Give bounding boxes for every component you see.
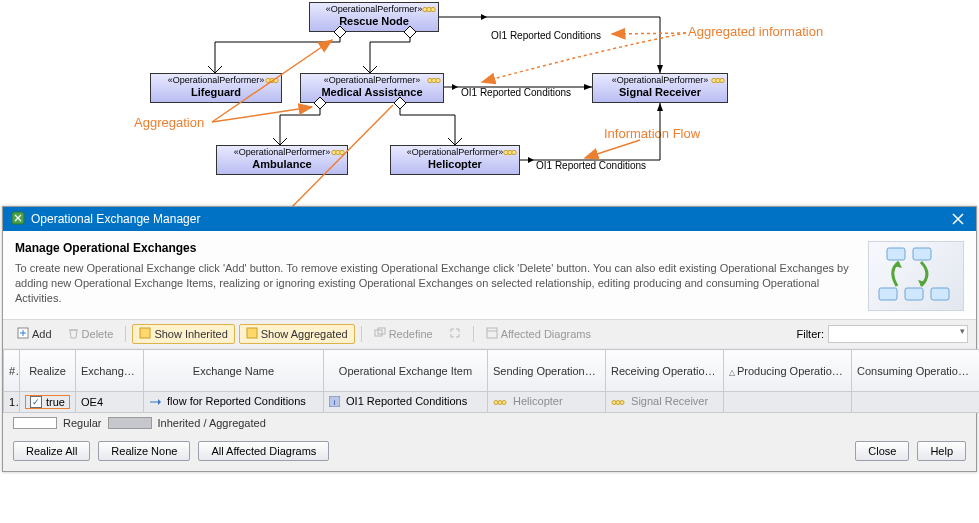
svg-point-67 [494,400,498,404]
all-affected-diagrams-button[interactable]: All Affected Diagrams [198,441,329,461]
flow-label-2: OI1 Reported Conditions [461,87,571,98]
node-name: Signal Receiver [599,86,721,100]
realize-checkbox[interactable]: ✓ [30,396,42,408]
uml-medical-assistance[interactable]: «OperationalPerformer» Medical Assistanc… [300,73,444,103]
stereotype: «OperationalPerformer» [316,4,432,15]
col-exchange-id[interactable]: Exchange ID [76,350,144,392]
svg-point-11 [720,78,724,82]
cell-exchange-item[interactable]: i OI1 Reported Conditions [324,392,488,413]
col-realize[interactable]: Realize [20,350,76,392]
affected-diagrams-button[interactable]: Affected Diagrams [480,325,597,343]
performer-icon [611,397,625,409]
svg-rect-62 [487,328,497,338]
performer-icon [427,76,441,85]
expand-button[interactable] [443,325,467,343]
add-icon [17,327,29,341]
col-producing-activity[interactable]: △Producing Operational Activity [724,350,852,392]
cell-receiving-agent[interactable]: Signal Receiver [606,392,724,413]
cell-sending-agent[interactable]: Helicopter [488,392,606,413]
svg-point-2 [431,7,435,11]
add-button[interactable]: Add [11,325,58,343]
col-sending-agent[interactable]: Sending Operational Agent [488,350,606,392]
delete-icon [68,327,79,341]
svg-rect-58 [140,328,150,338]
delete-button[interactable]: Delete [62,325,120,343]
stereotype: «OperationalPerformer» [307,75,437,86]
node-name: Ambulance [223,158,341,172]
realize-value: true [46,396,65,408]
show-inherited-toggle[interactable]: Show Inherited [132,324,234,344]
svg-point-5 [274,78,278,82]
flow-label-3: OI1 Reported Conditions [536,160,646,171]
cell-realize[interactable]: ✓ true [20,392,76,413]
section-title: Manage Operational Exchanges [15,241,858,255]
legend-inherited-label: Inherited / Aggregated [158,417,266,429]
table-header-row: # Realize Exchange ID Exchange Name Oper… [4,350,980,392]
legend: Regular Inherited / Aggregated [3,413,976,435]
svg-point-68 [498,400,502,404]
table-row[interactable]: 1 ✓ true OE4 flow for Reported Condition… [4,392,980,413]
dialog-titlebar[interactable]: Operational Exchange Manager [3,207,976,231]
dialog-toolbar: Add Delete Show Inherited Show Aggregate… [3,320,976,349]
flow-label-1: OI1 Reported Conditions [491,30,601,41]
svg-point-72 [620,400,624,404]
node-name: Lifeguard [157,86,275,100]
stereotype: «OperationalPerformer» [599,75,721,86]
realize-all-button[interactable]: Realize All [13,441,90,461]
show-inherited-label: Show Inherited [154,328,227,340]
uml-lifeguard[interactable]: «OperationalPerformer» Lifeguard [150,73,282,103]
help-button[interactable]: Help [917,441,966,461]
svg-marker-36 [481,14,487,20]
uml-signal-receiver[interactable]: «OperationalPerformer» Signal Receiver [592,73,728,103]
cell-consuming-activity[interactable] [852,392,980,413]
legend-regular-swatch [13,417,57,429]
filter-input[interactable] [828,325,968,343]
decorative-graphic [868,241,964,311]
uml-ambulance[interactable]: «OperationalPerformer» Ambulance [216,145,348,175]
col-index[interactable]: # [4,350,20,392]
close-icon[interactable] [948,210,968,228]
svg-rect-59 [247,328,257,338]
svg-point-14 [340,150,344,154]
info-icon: i [329,396,340,409]
show-aggregated-toggle[interactable]: Show Aggregated [239,324,355,344]
stereotype: «OperationalPerformer» [223,147,341,158]
svg-rect-51 [931,288,949,300]
col-exchange-name[interactable]: Exchange Name [144,350,324,392]
show-aggregated-label: Show Aggregated [261,328,348,340]
svg-point-70 [612,400,616,404]
performer-icon [503,148,517,157]
redefine-button[interactable]: Redefine [368,325,439,343]
cell-exchange-id[interactable]: OE4 [76,392,144,413]
node-name: Helicopter [397,158,513,172]
col-consuming-activity[interactable]: Consuming Operational Activity [852,350,980,392]
cell-exchange-name[interactable]: flow for Reported Conditions [144,392,324,413]
dialog-footer: Realize All Realize None All Affected Di… [3,435,976,471]
redefine-icon [374,327,386,341]
performer-icon [422,5,436,14]
svg-point-8 [436,78,440,82]
annotation-aggregated-info: Aggregated information [688,24,823,39]
svg-rect-50 [905,288,923,300]
node-name: Rescue Node [316,15,432,29]
close-button[interactable]: Close [855,441,909,461]
chevron-down-icon[interactable]: ▾ [960,326,965,336]
svg-marker-64 [158,399,161,405]
cell-producing-activity[interactable] [724,392,852,413]
cell-index: 1 [4,392,20,413]
svg-marker-38 [452,84,458,90]
svg-text:i: i [334,397,336,406]
svg-point-69 [502,400,506,404]
uml-rescue-node[interactable]: «OperationalPerformer» Rescue Node [309,2,439,32]
realize-none-button[interactable]: Realize None [98,441,190,461]
delete-label: Delete [82,328,114,340]
operational-exchange-manager-dialog: Operational Exchange Manager Manage Oper… [2,206,977,472]
col-exchange-item[interactable]: Operational Exchange Item [324,350,488,392]
svg-marker-41 [528,157,534,163]
svg-point-71 [616,400,620,404]
flow-icon [149,397,161,409]
uml-helicopter[interactable]: «OperationalPerformer» Helicopter [390,145,520,175]
filter-label: Filter: [797,328,825,340]
col-receiving-agent[interactable]: Receiving Operational Agent [606,350,724,392]
diagram-icon [486,327,498,341]
